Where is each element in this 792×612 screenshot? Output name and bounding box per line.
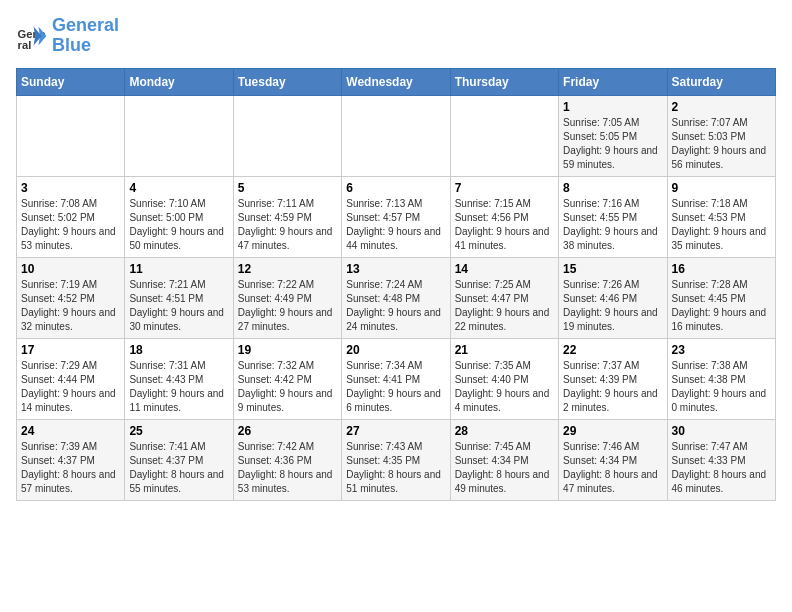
day-number: 17 [21,343,120,357]
day-number: 27 [346,424,445,438]
day-info: Sunrise: 7:24 AM Sunset: 4:48 PM Dayligh… [346,278,445,334]
calendar-cell: 24Sunrise: 7:39 AM Sunset: 4:37 PM Dayli… [17,419,125,500]
day-info: Sunrise: 7:25 AM Sunset: 4:47 PM Dayligh… [455,278,554,334]
day-number: 18 [129,343,228,357]
day-number: 3 [21,181,120,195]
weekday-header-thursday: Thursday [450,68,558,95]
day-info: Sunrise: 7:11 AM Sunset: 4:59 PM Dayligh… [238,197,337,253]
day-info: Sunrise: 7:16 AM Sunset: 4:55 PM Dayligh… [563,197,662,253]
calendar-cell: 25Sunrise: 7:41 AM Sunset: 4:37 PM Dayli… [125,419,233,500]
day-number: 19 [238,343,337,357]
calendar-cell: 9Sunrise: 7:18 AM Sunset: 4:53 PM Daylig… [667,176,775,257]
day-number: 26 [238,424,337,438]
weekday-header-tuesday: Tuesday [233,68,341,95]
calendar-cell: 6Sunrise: 7:13 AM Sunset: 4:57 PM Daylig… [342,176,450,257]
calendar-cell [450,95,558,176]
calendar-cell: 3Sunrise: 7:08 AM Sunset: 5:02 PM Daylig… [17,176,125,257]
calendar-cell: 20Sunrise: 7:34 AM Sunset: 4:41 PM Dayli… [342,338,450,419]
calendar-cell: 4Sunrise: 7:10 AM Sunset: 5:00 PM Daylig… [125,176,233,257]
calendar-cell: 17Sunrise: 7:29 AM Sunset: 4:44 PM Dayli… [17,338,125,419]
day-number: 15 [563,262,662,276]
calendar-cell: 21Sunrise: 7:35 AM Sunset: 4:40 PM Dayli… [450,338,558,419]
weekday-header-sunday: Sunday [17,68,125,95]
weekday-header-wednesday: Wednesday [342,68,450,95]
day-info: Sunrise: 7:15 AM Sunset: 4:56 PM Dayligh… [455,197,554,253]
day-number: 22 [563,343,662,357]
calendar-cell: 27Sunrise: 7:43 AM Sunset: 4:35 PM Dayli… [342,419,450,500]
day-info: Sunrise: 7:29 AM Sunset: 4:44 PM Dayligh… [21,359,120,415]
calendar-cell: 2Sunrise: 7:07 AM Sunset: 5:03 PM Daylig… [667,95,775,176]
day-number: 10 [21,262,120,276]
day-number: 16 [672,262,771,276]
day-number: 14 [455,262,554,276]
calendar-cell: 1Sunrise: 7:05 AM Sunset: 5:05 PM Daylig… [559,95,667,176]
calendar-cell: 15Sunrise: 7:26 AM Sunset: 4:46 PM Dayli… [559,257,667,338]
calendar-cell [233,95,341,176]
day-info: Sunrise: 7:38 AM Sunset: 4:38 PM Dayligh… [672,359,771,415]
day-number: 11 [129,262,228,276]
day-number: 23 [672,343,771,357]
day-info: Sunrise: 7:45 AM Sunset: 4:34 PM Dayligh… [455,440,554,496]
day-info: Sunrise: 7:39 AM Sunset: 4:37 PM Dayligh… [21,440,120,496]
calendar-cell: 8Sunrise: 7:16 AM Sunset: 4:55 PM Daylig… [559,176,667,257]
day-info: Sunrise: 7:19 AM Sunset: 4:52 PM Dayligh… [21,278,120,334]
calendar-cell: 13Sunrise: 7:24 AM Sunset: 4:48 PM Dayli… [342,257,450,338]
day-number: 9 [672,181,771,195]
day-info: Sunrise: 7:13 AM Sunset: 4:57 PM Dayligh… [346,197,445,253]
day-number: 13 [346,262,445,276]
logo: Gene ral General Blue [16,16,119,56]
day-info: Sunrise: 7:10 AM Sunset: 5:00 PM Dayligh… [129,197,228,253]
calendar-cell: 30Sunrise: 7:47 AM Sunset: 4:33 PM Dayli… [667,419,775,500]
day-number: 5 [238,181,337,195]
day-number: 12 [238,262,337,276]
day-info: Sunrise: 7:26 AM Sunset: 4:46 PM Dayligh… [563,278,662,334]
svg-text:ral: ral [18,39,32,51]
calendar-cell: 19Sunrise: 7:32 AM Sunset: 4:42 PM Dayli… [233,338,341,419]
day-number: 1 [563,100,662,114]
calendar-cell: 26Sunrise: 7:42 AM Sunset: 4:36 PM Dayli… [233,419,341,500]
day-number: 2 [672,100,771,114]
day-number: 25 [129,424,228,438]
day-info: Sunrise: 7:18 AM Sunset: 4:53 PM Dayligh… [672,197,771,253]
calendar-cell: 12Sunrise: 7:22 AM Sunset: 4:49 PM Dayli… [233,257,341,338]
day-number: 6 [346,181,445,195]
calendar-cell: 16Sunrise: 7:28 AM Sunset: 4:45 PM Dayli… [667,257,775,338]
day-info: Sunrise: 7:28 AM Sunset: 4:45 PM Dayligh… [672,278,771,334]
day-info: Sunrise: 7:21 AM Sunset: 4:51 PM Dayligh… [129,278,228,334]
day-info: Sunrise: 7:35 AM Sunset: 4:40 PM Dayligh… [455,359,554,415]
day-info: Sunrise: 7:37 AM Sunset: 4:39 PM Dayligh… [563,359,662,415]
calendar-cell: 5Sunrise: 7:11 AM Sunset: 4:59 PM Daylig… [233,176,341,257]
day-number: 28 [455,424,554,438]
calendar-cell: 18Sunrise: 7:31 AM Sunset: 4:43 PM Dayli… [125,338,233,419]
calendar-cell [125,95,233,176]
day-info: Sunrise: 7:22 AM Sunset: 4:49 PM Dayligh… [238,278,337,334]
day-info: Sunrise: 7:42 AM Sunset: 4:36 PM Dayligh… [238,440,337,496]
calendar-cell: 23Sunrise: 7:38 AM Sunset: 4:38 PM Dayli… [667,338,775,419]
calendar-cell: 22Sunrise: 7:37 AM Sunset: 4:39 PM Dayli… [559,338,667,419]
weekday-header-saturday: Saturday [667,68,775,95]
day-info: Sunrise: 7:32 AM Sunset: 4:42 PM Dayligh… [238,359,337,415]
calendar-cell: 7Sunrise: 7:15 AM Sunset: 4:56 PM Daylig… [450,176,558,257]
logo-text-line1: General [52,16,119,36]
calendar-cell: 11Sunrise: 7:21 AM Sunset: 4:51 PM Dayli… [125,257,233,338]
calendar-cell [17,95,125,176]
day-info: Sunrise: 7:34 AM Sunset: 4:41 PM Dayligh… [346,359,445,415]
page-header: Gene ral General Blue [16,16,776,56]
day-number: 7 [455,181,554,195]
day-info: Sunrise: 7:05 AM Sunset: 5:05 PM Dayligh… [563,116,662,172]
day-number: 30 [672,424,771,438]
day-info: Sunrise: 7:08 AM Sunset: 5:02 PM Dayligh… [21,197,120,253]
calendar-cell: 29Sunrise: 7:46 AM Sunset: 4:34 PM Dayli… [559,419,667,500]
logo-icon: Gene ral [16,20,48,52]
day-info: Sunrise: 7:31 AM Sunset: 4:43 PM Dayligh… [129,359,228,415]
calendar-cell [342,95,450,176]
day-number: 20 [346,343,445,357]
calendar-table: SundayMondayTuesdayWednesdayThursdayFrid… [16,68,776,501]
calendar-cell: 10Sunrise: 7:19 AM Sunset: 4:52 PM Dayli… [17,257,125,338]
calendar-cell: 14Sunrise: 7:25 AM Sunset: 4:47 PM Dayli… [450,257,558,338]
day-info: Sunrise: 7:41 AM Sunset: 4:37 PM Dayligh… [129,440,228,496]
calendar-cell: 28Sunrise: 7:45 AM Sunset: 4:34 PM Dayli… [450,419,558,500]
day-number: 29 [563,424,662,438]
day-number: 21 [455,343,554,357]
day-info: Sunrise: 7:47 AM Sunset: 4:33 PM Dayligh… [672,440,771,496]
